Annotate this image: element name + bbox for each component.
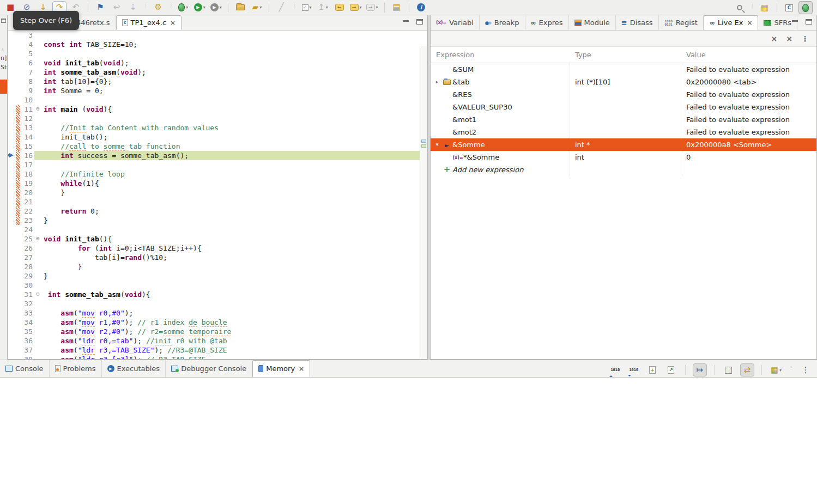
line-number[interactable]: 28: [20, 262, 34, 271]
quick-diff-ruler[interactable]: [16, 355, 20, 359]
switch-memory-monitor-button[interactable]: ⇄: [740, 363, 754, 377]
quick-diff-ruler[interactable]: [16, 318, 20, 327]
code-line[interactable]: 35 asm("mov r2,#0"); // r2=somme tempora…: [8, 327, 427, 336]
quick-diff-ruler[interactable]: [16, 58, 20, 68]
quick-diff-ruler[interactable]: [16, 68, 20, 77]
breakpoint-ruler[interactable]: [8, 179, 16, 188]
export-to-file-button[interactable]: ↗: [664, 363, 678, 377]
code-line[interactable]: 38 asm("ldr r3,[r3]"); // R3=TAB_SIZE: [8, 355, 427, 359]
tab-problems[interactable]: Problems: [50, 360, 102, 377]
tab-live-ex[interactable]: Live Ex×: [704, 15, 759, 30]
line-number[interactable]: 33: [20, 308, 34, 318]
breakpoint-ruler[interactable]: [8, 336, 16, 345]
overview-ruler[interactable]: [420, 46, 427, 359]
line-number[interactable]: 36: [20, 336, 34, 345]
line-number[interactable]: 37: [20, 345, 34, 355]
quick-diff-ruler[interactable]: [16, 234, 20, 244]
breakpoint-ruler[interactable]: [8, 31, 16, 40]
minimize-icon[interactable]: [402, 19, 409, 25]
quick-diff-ruler[interactable]: [16, 160, 20, 169]
open-project-button[interactable]: [233, 1, 247, 14]
tab-debugger-console[interactable]: Debugger Console: [166, 360, 252, 377]
quick-diff-ruler[interactable]: [16, 86, 20, 95]
remove-all-expressions-icon[interactable]: ×: [786, 34, 792, 43]
breakpoint-ruler[interactable]: [8, 262, 16, 271]
code-line[interactable]: 9int Somme = 0;: [8, 86, 427, 95]
mark-occurrences-button[interactable]: ✓▾: [300, 1, 314, 14]
quick-diff-ruler[interactable]: [16, 290, 20, 299]
line-number[interactable]: 23: [20, 216, 34, 225]
quick-diff-ruler[interactable]: [16, 336, 20, 345]
breakpoint-ruler[interactable]: [8, 225, 16, 234]
quick-diff-ruler[interactable]: [16, 262, 20, 271]
code-line[interactable]: 17: [8, 160, 427, 169]
profile-button[interactable]: ▶▾: [209, 1, 223, 14]
code-line[interactable]: 14 init_tab();: [8, 132, 427, 142]
next-annotation-button[interactable]: →▾: [349, 1, 363, 14]
fold-marker[interactable]: ⊖: [34, 290, 41, 299]
code-line[interactable]: 20 }: [8, 188, 427, 197]
tab-module[interactable]: Module: [569, 15, 616, 30]
expression-row[interactable]: &RESFailed to evaluate expression: [431, 88, 816, 101]
breakpoint-ruler[interactable]: [8, 197, 16, 207]
line-number[interactable]: 19: [20, 179, 34, 188]
quick-diff-ruler[interactable]: [16, 114, 20, 123]
new-rendering-view-button[interactable]: +: [645, 363, 659, 377]
quick-diff-ruler[interactable]: [16, 299, 20, 308]
code-line[interactable]: 23}: [8, 216, 427, 225]
code-line[interactable]: 6void init_tab(void);: [8, 58, 427, 68]
open-element-button[interactable]: ▦: [758, 1, 772, 14]
import-memory-button[interactable]: 1010: [608, 363, 622, 377]
code-line[interactable]: 36 asm("ldr r0,=tab"); //init r0 with @t…: [8, 336, 427, 345]
breakpoint-ruler[interactable]: [8, 290, 16, 299]
expression-row[interactable]: &mot2Failed to evaluate expression: [431, 126, 816, 138]
code-line[interactable]: 22 return 0;: [8, 207, 427, 216]
view-menu-button[interactable]: ⋮: [798, 363, 813, 377]
quick-diff-ruler[interactable]: [16, 253, 20, 262]
build-button[interactable]: ⚙: [151, 1, 165, 14]
quick-diff-ruler[interactable]: [16, 40, 20, 49]
code-line[interactable]: 27 tab[i]=rand()%10;: [8, 253, 427, 262]
push-change-button[interactable]: ↥▾: [316, 1, 330, 14]
tab-memory[interactable]: Memory×: [252, 360, 310, 377]
tab-executables[interactable]: Executables: [102, 360, 166, 377]
expression-row[interactable]: *&Sommeint0: [431, 151, 816, 163]
line-number[interactable]: 30: [20, 281, 34, 290]
minimize-icon[interactable]: [791, 19, 798, 25]
code-line[interactable]: 30: [8, 281, 427, 290]
quick-diff-ruler[interactable]: [16, 308, 20, 318]
expand-icon[interactable]: ▸: [433, 76, 441, 88]
code-line[interactable]: 31⊖ int somme_tab_asm(void){: [8, 290, 427, 299]
line-number[interactable]: 18: [20, 169, 34, 179]
instruction-stepping-button[interactable]: ⇣: [126, 1, 140, 14]
tab-expres[interactable]: Expres: [525, 15, 569, 30]
line-number[interactable]: 16: [20, 151, 34, 160]
column-header-value[interactable]: Value: [681, 51, 816, 59]
line-number[interactable]: 13: [20, 123, 34, 132]
close-icon[interactable]: ×: [170, 19, 175, 27]
breakpoint-ruler[interactable]: [8, 58, 16, 68]
code-line[interactable]: 33 asm("mov r0,#0");: [8, 308, 427, 318]
line-number[interactable]: 14: [20, 132, 34, 142]
collapsed-view-strip[interactable]: ⁝ n] St: [0, 15, 8, 360]
code-line[interactable]: 8int tab[10]={0};: [8, 77, 427, 86]
breakpoint-ruler[interactable]: [8, 216, 16, 225]
code-line[interactable]: 13 //Init tab Content with random values: [8, 123, 427, 132]
quick-diff-ruler[interactable]: [16, 169, 20, 179]
flash-programmer-button[interactable]: ▰▾: [250, 1, 264, 14]
run-button[interactable]: ▶▾: [192, 1, 207, 14]
fold-marker[interactable]: ⊖: [34, 234, 41, 244]
code-line[interactable]: 7int somme_tab_asm(void);: [8, 68, 427, 77]
line-number[interactable]: 5: [20, 49, 34, 58]
column-header-expression[interactable]: Expression: [431, 51, 570, 59]
line-number[interactable]: 35: [20, 327, 34, 336]
toggle-layout-button[interactable]: ▦▾: [769, 363, 783, 377]
breakpoint-ruler[interactable]: [8, 132, 16, 142]
breakpoint-ruler[interactable]: [8, 188, 16, 197]
quick-diff-ruler[interactable]: [16, 216, 20, 225]
previous-annotation-button[interactable]: ←: [332, 1, 347, 14]
breakpoint-ruler[interactable]: [8, 95, 16, 105]
code-line[interactable]: 37 asm("ldr r3,=TAB_SIZE"); //R3=@TAB_SI…: [8, 345, 427, 355]
code-line[interactable]: 19 while(1){: [8, 179, 427, 188]
quick-diff-ruler[interactable]: [16, 207, 20, 216]
